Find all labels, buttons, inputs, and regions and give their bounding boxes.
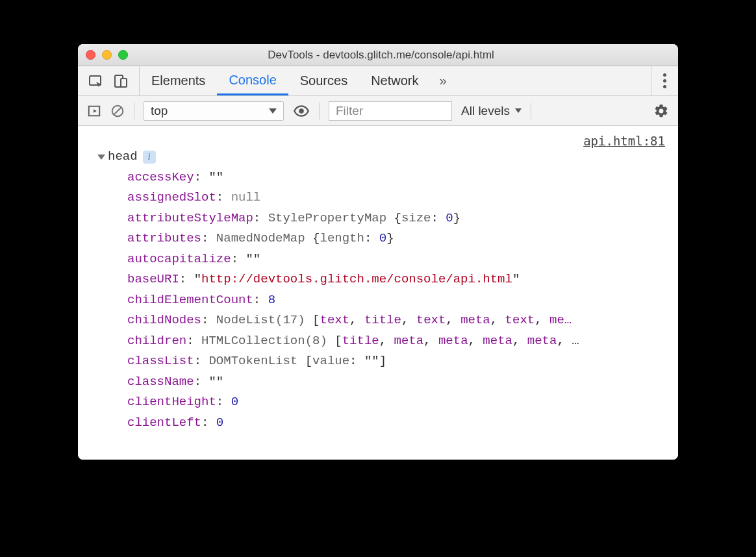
toolbar-divider (134, 103, 134, 119)
property-key: className (127, 375, 194, 389)
window-controls (86, 50, 128, 60)
tab-network[interactable]: Network (359, 66, 430, 95)
property-key: assignedSlot (127, 190, 216, 204)
chevron-down-icon (515, 108, 522, 113)
kebab-menu-icon (663, 79, 666, 82)
live-expression-icon[interactable] (293, 103, 310, 119)
toolbar-divider (319, 103, 320, 119)
clear-console-icon[interactable] (110, 104, 125, 118)
tab-console[interactable]: Console (217, 66, 288, 95)
tabstrip-left-controls (78, 66, 140, 95)
property-key: classList (127, 354, 194, 368)
window-title: DevTools - devtools.glitch.me/console/ap… (128, 49, 670, 62)
property-row[interactable]: attributeStyleMap: StylePropertyMap {siz… (127, 208, 678, 229)
maximize-window-button[interactable] (118, 50, 128, 60)
property-key: attributes (127, 231, 201, 245)
svg-rect-2 (121, 79, 127, 87)
property-key: attributeStyleMap (127, 211, 253, 225)
info-icon[interactable]: i (143, 151, 156, 164)
svg-line-5 (114, 107, 121, 114)
property-key: childElementCount (127, 293, 253, 307)
property-key: autocapitalize (127, 252, 231, 266)
tabs-overflow-button[interactable]: » (431, 66, 456, 95)
log-levels-select[interactable]: All levels (461, 104, 522, 118)
show-console-sidebar-icon[interactable] (87, 104, 101, 118)
titlebar[interactable]: DevTools - devtools.glitch.me/console/ap… (78, 44, 678, 66)
property-key: accessKey (127, 170, 194, 184)
property-row[interactable]: className: "" (127, 372, 678, 393)
console-settings-icon[interactable] (653, 103, 669, 119)
filter-input[interactable] (329, 101, 452, 121)
tab-sources[interactable]: Sources (288, 66, 359, 95)
property-key: baseURI (127, 272, 179, 286)
devtools-window: DevTools - devtools.glitch.me/console/ap… (78, 44, 678, 460)
property-row[interactable]: classList: DOMTokenList [value: ""] (127, 351, 678, 372)
minimize-window-button[interactable] (102, 50, 112, 60)
disclosure-triangle-open-icon[interactable] (97, 155, 105, 160)
panel-tabstrip: ElementsConsoleSourcesNetwork » (78, 66, 678, 96)
property-row[interactable]: autocapitalize: "" (127, 249, 678, 270)
property-row[interactable]: baseURI: "http://devtools.glitch.me/cons… (127, 269, 678, 290)
svg-point-6 (299, 108, 304, 114)
chevron-right-double-icon: » (440, 73, 447, 88)
main-menu-button[interactable] (651, 66, 678, 95)
property-row[interactable]: assignedSlot: null (127, 188, 678, 208)
toggle-device-icon[interactable] (113, 73, 129, 89)
select-element-icon[interactable] (88, 73, 104, 89)
levels-label: All levels (461, 104, 510, 118)
property-row[interactable]: clientHeight: 0 (127, 392, 678, 413)
toolbar-divider (531, 103, 531, 119)
property-row[interactable]: children: HTMLCollection(8) [title, meta… (127, 331, 678, 352)
property-key: children (127, 334, 186, 348)
property-row[interactable]: childNodes: NodeList(17) [text, title, t… (127, 310, 678, 331)
tab-elements[interactable]: Elements (140, 66, 217, 95)
property-key: clientHeight (127, 395, 216, 409)
property-key: clientLeft (127, 415, 201, 430)
console-output[interactable]: api.html:81 head i accessKey: ""assigned… (78, 126, 678, 460)
property-row[interactable]: accessKey: "" (127, 167, 678, 188)
chevron-down-icon (269, 108, 277, 114)
panel-tabs: ElementsConsoleSourcesNetwork (140, 66, 431, 95)
source-link[interactable]: api.html:81 (583, 131, 665, 152)
object-name: head (108, 147, 138, 167)
console-toolbar: top All levels (78, 96, 678, 126)
context-select-label: top (151, 104, 168, 118)
execution-context-select[interactable]: top (144, 101, 284, 121)
close-window-button[interactable] (86, 50, 95, 60)
property-key: childNodes (127, 313, 201, 327)
property-list: accessKey: ""assignedSlot: nullattribute… (78, 167, 678, 434)
property-row[interactable]: clientLeft: 0 (127, 413, 678, 434)
property-row[interactable]: childElementCount: 8 (127, 290, 678, 311)
property-row[interactable]: attributes: NamedNodeMap {length: 0} (127, 229, 678, 249)
